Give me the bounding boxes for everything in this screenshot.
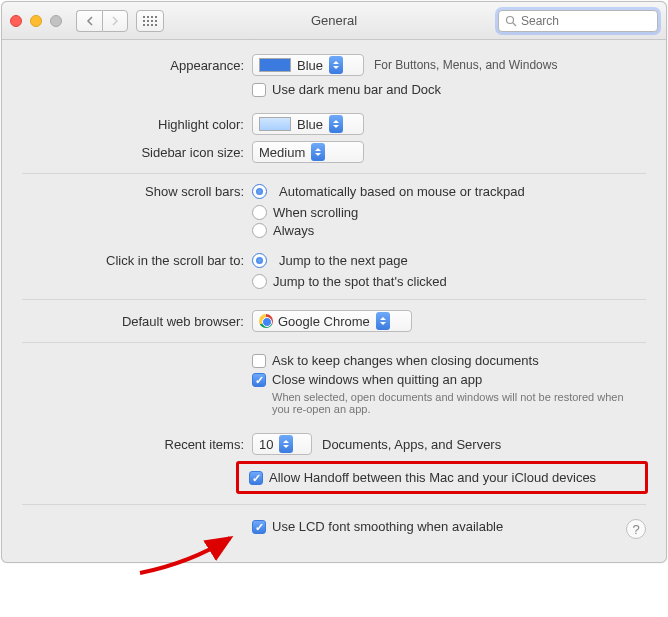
stepper-icon [279,435,293,453]
search-input[interactable] [521,14,651,28]
lcd-label: Use LCD font smoothing when available [272,519,503,534]
stepper-icon [329,115,343,133]
divider [22,299,646,300]
scrollbars-label: Show scroll bars: [2,184,252,199]
blue-light-swatch-icon [259,117,291,131]
highlight-select[interactable]: Blue [252,113,364,135]
close-windows-hint: When selected, open documents and window… [272,391,636,415]
appearance-select[interactable]: Blue [252,54,364,76]
ask-changes-label: Ask to keep changes when closing documen… [272,353,539,368]
chevron-left-icon [86,16,94,26]
clickbar-radio-spot[interactable] [252,274,267,289]
scroll-radio-when[interactable] [252,205,267,220]
svg-point-0 [507,16,514,23]
blue-swatch-icon [259,58,291,72]
dark-menu-checkbox[interactable] [252,83,266,97]
scroll-radio-always[interactable] [252,223,267,238]
back-button[interactable] [76,10,102,32]
close-icon[interactable] [10,15,22,27]
stepper-icon [376,312,390,330]
clickbar-opt-spot: Jump to the spot that's clicked [273,274,447,289]
divider [22,342,646,343]
window-controls [10,15,62,27]
close-windows-label: Close windows when quitting an app [272,372,482,387]
content-area: Appearance: Blue For Buttons, Menus, and… [2,40,666,562]
clickbar-radio-page[interactable] [252,253,267,268]
ask-changes-checkbox[interactable] [252,354,266,368]
clickbar-opt-page: Jump to the next page [279,253,408,268]
divider [22,173,646,174]
browser-value: Google Chrome [278,314,374,329]
scroll-opt-always: Always [273,223,314,238]
sidebar-select[interactable]: Medium [252,141,364,163]
highlight-label: Highlight color: [2,117,252,132]
scroll-opt-auto: Automatically based on mouse or trackpad [279,184,525,199]
minimize-icon[interactable] [30,15,42,27]
chevron-right-icon [111,16,119,26]
lcd-checkbox[interactable] [252,520,266,534]
browser-label: Default web browser: [2,314,252,329]
handoff-label: Allow Handoff between this Mac and your … [269,470,596,485]
svg-line-1 [513,23,516,26]
chrome-icon [259,314,273,328]
sidebar-value: Medium [259,145,309,160]
annotation-highlight: Allow Handoff between this Mac and your … [236,461,648,494]
recent-value: 10 [259,437,277,452]
appearance-label: Appearance: [2,58,252,73]
search-icon [505,15,517,27]
close-windows-checkbox[interactable] [252,373,266,387]
help-button[interactable]: ? [626,519,646,539]
divider [22,504,646,505]
browser-select[interactable]: Google Chrome [252,310,412,332]
titlebar: General [2,2,666,40]
recent-suffix: Documents, Apps, and Servers [322,437,501,452]
clickbar-label: Click in the scroll bar to: [2,253,252,268]
highlight-value: Blue [297,117,327,132]
forward-button[interactable] [102,10,128,32]
dark-menu-label: Use dark menu bar and Dock [272,82,441,97]
scroll-radio-auto[interactable] [252,184,267,199]
stepper-icon [311,143,325,161]
appearance-side-text: For Buttons, Menus, and Windows [374,58,557,72]
zoom-icon [50,15,62,27]
recent-label: Recent items: [2,437,252,452]
scroll-opt-when: When scrolling [273,205,358,220]
appearance-value: Blue [297,58,327,73]
grid-icon [143,16,157,26]
search-field[interactable] [498,10,658,32]
recent-select[interactable]: 10 [252,433,312,455]
sidebar-label: Sidebar icon size: [2,145,252,160]
nav-buttons [76,10,128,32]
preferences-window: General Appearance: Blue For Buttons, Me… [1,1,667,563]
show-all-button[interactable] [136,10,164,32]
stepper-icon [329,56,343,74]
handoff-checkbox[interactable] [249,471,263,485]
